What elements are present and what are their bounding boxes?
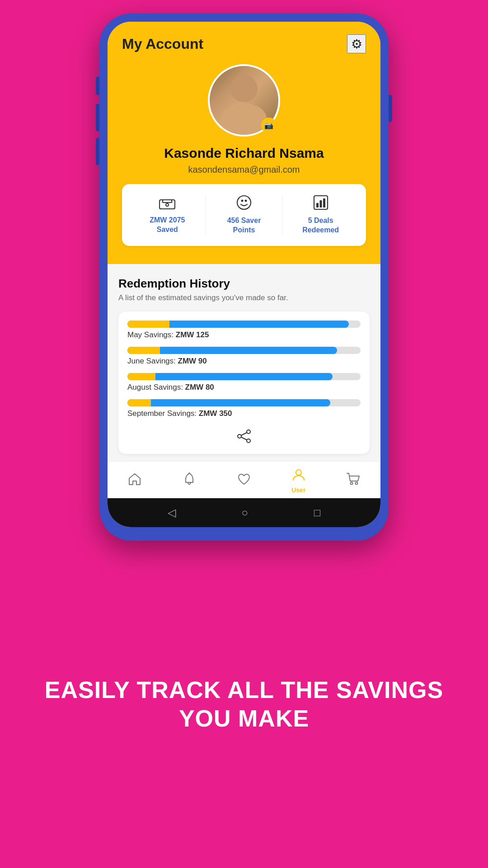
svg-point-5 <box>237 196 251 209</box>
svg-point-13 <box>238 434 241 438</box>
main-content: Redemption History A list of the estimat… <box>108 264 380 461</box>
svg-line-16 <box>241 437 247 440</box>
home-icon <box>128 472 141 489</box>
phone-frame: My Account ⚙ 📷 Kasonde Richard Nsama kas… <box>99 14 389 541</box>
nav-item-home[interactable] <box>117 472 153 489</box>
nav-item-user[interactable]: User <box>281 468 317 494</box>
cart-icon <box>346 472 361 489</box>
stat-points: 456 SaverPoints <box>206 195 282 235</box>
chart-bar-yellow-3 <box>127 399 151 406</box>
svg-rect-11 <box>323 198 325 208</box>
chart-card: May Savings: ZMW 125 June Savings: ZMW 9… <box>118 311 370 454</box>
chart-bar-yellow-2 <box>127 373 155 380</box>
recents-button[interactable]: □ <box>314 506 321 519</box>
chart-bar-blue-3 <box>127 399 330 406</box>
settings-button[interactable]: ⚙ <box>347 34 366 53</box>
svg-rect-3 <box>161 202 163 203</box>
bell-icon <box>183 472 196 489</box>
chart-label-3: September Savings: ZMW 350 <box>127 409 361 418</box>
svg-point-14 <box>247 439 250 443</box>
chart-bar-yellow-1 <box>127 347 160 354</box>
svg-point-6 <box>241 200 244 202</box>
android-nav: ◁ ○ □ <box>108 498 380 527</box>
bottom-nav: User <box>108 461 380 498</box>
camera-badge[interactable]: 📷 <box>261 118 277 133</box>
chart-bar-track-0 <box>127 321 361 328</box>
saved-icon <box>159 195 175 212</box>
avatar-container: 📷 <box>122 64 366 137</box>
silent-button <box>96 138 99 165</box>
chart-row-3: September Savings: ZMW 350 <box>127 399 361 418</box>
header-section: My Account ⚙ 📷 Kasonde Richard Nsama kas… <box>108 22 380 264</box>
points-icon <box>236 195 252 212</box>
svg-point-2 <box>166 203 169 206</box>
chart-bar-track-1 <box>127 347 361 354</box>
share-area <box>127 425 361 448</box>
screen-inner: My Account ⚙ 📷 Kasonde Richard Nsama kas… <box>108 22 380 527</box>
svg-point-7 <box>245 200 247 202</box>
power-button <box>389 95 392 122</box>
phone-screen: My Account ⚙ 📷 Kasonde Richard Nsama kas… <box>108 22 380 527</box>
chart-bar-track-3 <box>127 399 361 406</box>
volume-up-button <box>96 77 99 95</box>
svg-rect-9 <box>316 203 319 208</box>
svg-line-15 <box>241 433 247 435</box>
svg-rect-10 <box>319 200 322 208</box>
chart-label-2: August Savings: ZMW 80 <box>127 383 361 392</box>
chart-label-1: June Savings: ZMW 90 <box>127 357 361 366</box>
chart-label-0: May Savings: ZMW 125 <box>127 330 361 340</box>
back-button[interactable]: ◁ <box>168 506 176 519</box>
stats-card: ZMW 2075Saved <box>122 184 366 246</box>
section-title: Redemption History <box>118 277 370 291</box>
svg-rect-0 <box>160 200 175 209</box>
chart-bar-track-2 <box>127 373 361 380</box>
home-button[interactable]: ○ <box>241 506 248 519</box>
tagline-section: EASILY TRACK ALL THE SAVINGS YOU MAKE <box>0 541 488 868</box>
chart-bar-blue-2 <box>127 373 333 380</box>
nav-item-favorites[interactable] <box>226 473 262 489</box>
deals-icon <box>313 195 328 212</box>
svg-rect-4 <box>171 202 173 203</box>
stat-saved: ZMW 2075Saved <box>129 195 206 235</box>
page-title: My Account <box>122 36 203 52</box>
profile-email: kasondensama@gmail.com <box>122 165 366 175</box>
stat-deals: 5 DealsRedeemed <box>282 195 359 235</box>
stat-points-label: 456 SaverPoints <box>227 216 261 235</box>
chart-bar-yellow-0 <box>127 321 169 328</box>
chart-row-2: August Savings: ZMW 80 <box>127 373 361 392</box>
svg-point-19 <box>350 482 352 484</box>
stat-deals-label: 5 DealsRedeemed <box>302 216 339 235</box>
profile-name: Kasonde Richard Nsama <box>122 146 366 161</box>
tagline-text: EASILY TRACK ALL THE SAVINGS YOU MAKE <box>36 676 452 732</box>
chart-row-1: June Savings: ZMW 90 <box>127 347 361 366</box>
share-button[interactable] <box>237 429 251 447</box>
stat-saved-label: ZMW 2075Saved <box>150 216 185 235</box>
user-nav-label: User <box>291 486 305 494</box>
svg-point-18 <box>296 470 301 475</box>
volume-down-button <box>96 104 99 131</box>
nav-item-cart[interactable] <box>335 472 371 489</box>
nav-item-notifications[interactable] <box>171 472 207 489</box>
heart-icon <box>237 473 251 489</box>
svg-point-12 <box>247 430 250 434</box>
header-top: My Account ⚙ <box>122 34 366 53</box>
section-subtitle: A list of the estimated savings you've m… <box>118 293 370 302</box>
user-icon <box>292 468 305 485</box>
svg-rect-1 <box>163 200 172 203</box>
chart-row-0: May Savings: ZMW 125 <box>127 321 361 340</box>
svg-point-20 <box>355 482 357 484</box>
phone-wrapper: My Account ⚙ 📷 Kasonde Richard Nsama kas… <box>99 14 389 541</box>
